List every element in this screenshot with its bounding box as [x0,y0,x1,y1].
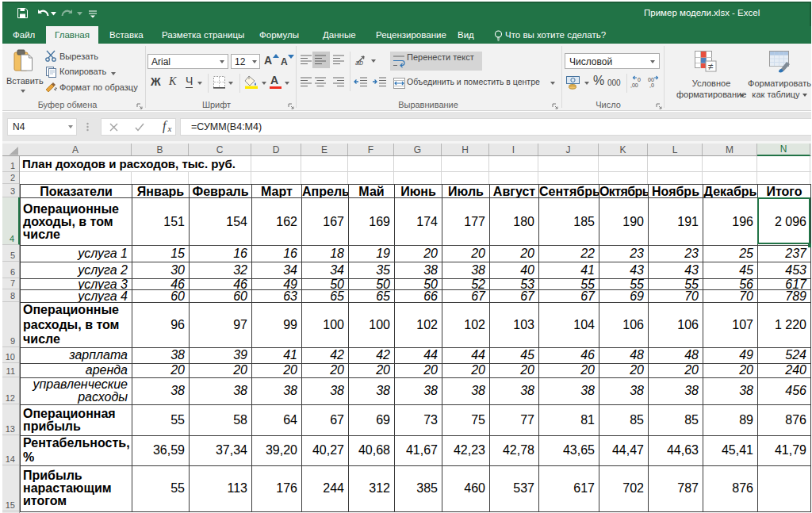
svg-text:ab: ab [355,59,363,67]
svg-text:0: 0 [638,77,641,82]
svg-text:00: 00 [648,77,654,82]
svg-text:≠: ≠ [708,61,714,72]
svg-text:,0: ,0 [649,82,654,88]
svg-text:,00: ,00 [630,82,638,88]
